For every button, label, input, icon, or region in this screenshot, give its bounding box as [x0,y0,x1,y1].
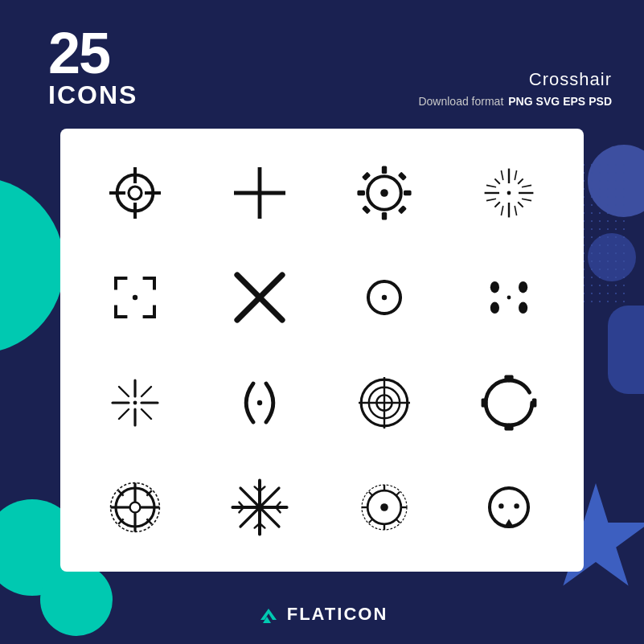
icon-scope-crosshair[interactable] [76,145,193,241]
svg-line-101 [396,519,400,523]
svg-point-92 [380,503,388,511]
icon-x-crosshair[interactable] [201,249,318,346]
svg-point-38 [382,295,387,300]
flaticon-icon [256,602,281,626]
title-block: 25 ICONS [48,24,137,108]
format-png[interactable]: PNG [508,95,532,108]
svg-point-44 [133,400,137,404]
svg-line-32 [486,199,496,200]
svg-point-103 [515,503,519,508]
svg-point-35 [132,295,137,300]
icon-ornate-crosshair[interactable] [76,459,193,556]
icon-snowflake-crosshair[interactable] [201,459,318,556]
svg-line-23 [495,179,500,184]
category-name: Crosshair [529,69,612,90]
icon-circle-crosshair[interactable] [326,249,443,346]
svg-line-52 [142,409,151,419]
format-psd[interactable]: PSD [589,95,612,108]
svg-point-53 [257,400,262,404]
right-header: Crosshair Download format PNGSVGEPSPSD [418,69,612,108]
icon-dot-cluster[interactable] [451,249,568,346]
svg-rect-15 [398,172,407,181]
brand-name: FLATICON [287,604,388,625]
svg-line-25 [495,202,500,207]
svg-rect-16 [362,205,371,214]
svg-line-27 [502,170,503,180]
svg-line-100 [369,519,373,523]
svg-rect-64 [505,425,514,430]
format-eps[interactable]: EPS [563,95,585,108]
svg-rect-65 [482,398,486,407]
svg-line-26 [519,202,523,207]
svg-line-49 [119,387,129,396]
svg-point-42 [519,302,527,314]
svg-rect-17 [398,205,407,214]
icon-notch-circle[interactable] [451,355,568,451]
svg-marker-105 [260,609,277,620]
svg-point-69 [129,502,140,512]
svg-point-102 [499,503,504,508]
icon-grid [76,145,568,556]
svg-point-40 [519,281,527,293]
svg-point-1 [129,187,142,199]
svg-rect-12 [358,191,366,195]
svg-rect-63 [505,375,514,379]
blue-bar-right [608,306,644,394]
format-tags: PNGSVGEPSPSD [508,95,612,108]
icon-face-crosshair[interactable] [451,459,568,556]
svg-point-41 [490,302,499,314]
svg-line-34 [522,199,531,200]
icon-count: 25 [48,24,137,82]
format-svg[interactable]: SVG [536,95,560,108]
svg-line-99 [396,492,400,496]
icon-corner-brackets[interactable] [76,249,193,346]
svg-line-33 [522,186,531,187]
svg-rect-10 [382,166,387,174]
icons-label: ICONS [48,82,137,108]
icon-detailed-gear-crosshair[interactable] [326,459,443,556]
icon-sunburst-crosshair[interactable] [451,145,568,241]
svg-rect-11 [382,212,387,220]
svg-line-51 [119,409,129,419]
svg-line-24 [519,179,523,184]
svg-line-30 [515,206,517,215]
svg-rect-13 [404,191,412,195]
svg-line-50 [142,387,151,396]
icon-spark-crosshair[interactable] [76,355,193,451]
icon-parentheses-crosshair[interactable] [201,355,318,451]
svg-line-31 [486,186,496,187]
svg-rect-14 [362,172,371,181]
svg-marker-104 [506,519,514,525]
icon-grid-container [60,129,584,572]
footer: FLATICON [0,584,644,644]
icon-gear-crosshair[interactable] [326,145,443,241]
svg-point-39 [490,281,499,293]
svg-point-9 [380,189,388,197]
svg-point-43 [507,296,511,300]
flaticon-logo[interactable]: FLATICON [256,602,388,626]
teal-shape-left [0,177,64,354]
icon-radar-crosshair[interactable] [326,355,443,451]
download-label: Download format [418,95,503,108]
svg-point-18 [507,191,511,195]
download-row: Download format PNGSVGEPSPSD [418,95,612,108]
svg-line-29 [502,206,503,215]
svg-line-28 [515,170,517,180]
svg-line-98 [369,492,373,496]
icon-plus-crosshair[interactable] [201,145,318,241]
svg-point-90 [257,505,262,510]
header: 25 ICONS Crosshair Download format PNGSV… [0,0,644,124]
svg-rect-66 [532,398,537,407]
